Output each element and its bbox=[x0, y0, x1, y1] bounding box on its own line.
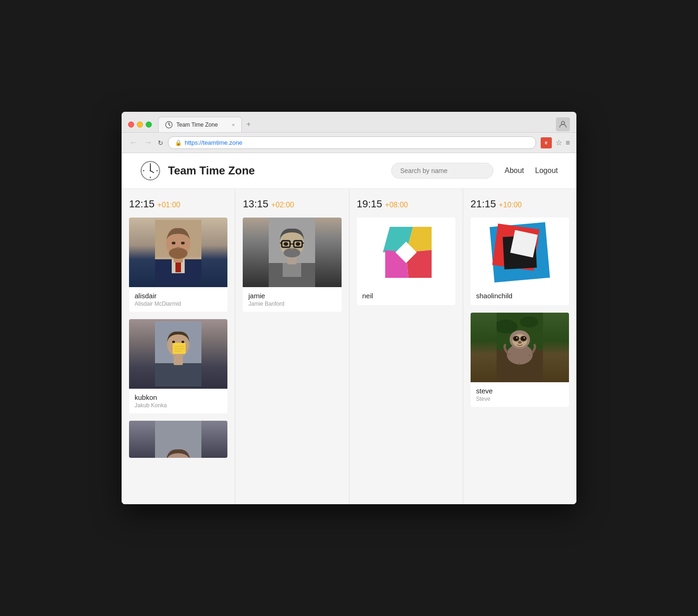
username-neil: neil bbox=[362, 292, 450, 300]
refresh-button[interactable]: ↻ bbox=[158, 139, 163, 147]
member-card-shaolinchild[interactable]: shaolinchild bbox=[471, 218, 569, 305]
time-main-4: 21:15 bbox=[471, 198, 496, 210]
svg-point-50 bbox=[296, 242, 300, 246]
svg-rect-40 bbox=[283, 263, 301, 277]
fullname-steve: Steve bbox=[476, 396, 563, 402]
header-right: About Logout bbox=[391, 163, 558, 179]
svg-point-12 bbox=[150, 170, 151, 172]
browser-window: Team Time Zone × + ← → ↻ 🔒 https://teamt… bbox=[122, 112, 576, 504]
svg-point-81 bbox=[522, 337, 525, 340]
avatar-partial bbox=[129, 421, 227, 458]
avatar-kubkon bbox=[129, 319, 227, 389]
svg-point-80 bbox=[514, 337, 518, 340]
svg-rect-29 bbox=[173, 343, 186, 354]
partial-avatar-svg bbox=[155, 421, 201, 458]
app-logo bbox=[140, 160, 161, 181]
time-header-2: 13:15 +02:00 bbox=[243, 198, 341, 210]
avatar-jamie bbox=[243, 218, 341, 287]
member-info-steve: steve Steve bbox=[471, 382, 569, 407]
team-grid: 12:15 +01:00 bbox=[122, 189, 576, 504]
tab-favicon bbox=[165, 121, 173, 128]
tab-title: Team Time Zone bbox=[176, 122, 218, 128]
fullname-kubkon: Jakub Konka bbox=[135, 402, 222, 409]
shaolinchild-logo-svg bbox=[490, 222, 550, 282]
active-tab[interactable]: Team Time Zone × bbox=[158, 117, 242, 132]
member-card-jamie[interactable]: jamie Jamie Banford bbox=[243, 218, 341, 312]
avatar-steve bbox=[471, 313, 569, 382]
username-alisdair: alisdair bbox=[135, 292, 222, 300]
profile-icon-button[interactable] bbox=[556, 117, 570, 131]
new-tab-button[interactable]: + bbox=[242, 116, 255, 132]
back-button[interactable]: ← bbox=[128, 138, 138, 148]
member-info-kubkon: kubkon Jakub Konka bbox=[129, 389, 227, 413]
title-bar: Team Time Zone × + bbox=[122, 112, 576, 133]
jamie-avatar-svg bbox=[269, 218, 315, 287]
time-header-3: 19:15 +08:00 bbox=[357, 198, 455, 210]
fullname-alisdair: Alisdair McDiarmid bbox=[135, 301, 222, 307]
time-offset-1: +01:00 bbox=[157, 201, 180, 209]
time-main-3: 19:15 bbox=[357, 198, 382, 210]
member-card-steve[interactable]: steve Steve bbox=[471, 313, 569, 407]
url-protocol: https:// bbox=[185, 139, 203, 146]
svg-point-74 bbox=[520, 316, 538, 327]
username-kubkon: kubkon bbox=[135, 393, 222, 401]
traffic-lights bbox=[128, 122, 152, 128]
title-bar-right bbox=[556, 117, 570, 131]
address-bar: ← → ↻ 🔒 https://teamtime.zone e ☆ ≡ bbox=[122, 133, 576, 153]
time-offset-4: +10:00 bbox=[499, 201, 522, 209]
tab-close-button[interactable]: × bbox=[232, 122, 235, 128]
member-info-alisdair: alisdair Alisdair McDiarmid bbox=[129, 287, 227, 312]
svg-point-84 bbox=[518, 341, 522, 344]
url-bar[interactable]: 🔒 https://teamtime.zone bbox=[168, 136, 536, 149]
menu-button[interactable]: ≡ bbox=[566, 139, 570, 147]
url-text: https://teamtime.zone bbox=[185, 139, 242, 146]
time-offset-3: +08:00 bbox=[385, 201, 408, 209]
svg-point-51 bbox=[291, 248, 293, 250]
svg-point-22 bbox=[181, 242, 185, 244]
svg-rect-70 bbox=[510, 230, 537, 257]
logout-link[interactable]: Logout bbox=[535, 167, 558, 175]
timezone-column-4: 21:15 +10:00 bbox=[463, 189, 576, 504]
svg-point-33 bbox=[172, 341, 175, 343]
svg-point-21 bbox=[172, 242, 175, 244]
svg-point-34 bbox=[181, 341, 184, 343]
time-offset-2: +02:00 bbox=[271, 201, 294, 209]
maximize-button[interactable] bbox=[146, 122, 152, 128]
forward-button[interactable]: → bbox=[143, 138, 153, 148]
svg-point-23 bbox=[177, 247, 180, 249]
about-link[interactable]: About bbox=[504, 167, 524, 175]
ember-icon: e bbox=[541, 137, 552, 148]
username-jamie: jamie bbox=[248, 292, 336, 300]
timezone-column-3: 19:15 +08:00 bbox=[349, 189, 463, 504]
url-domain: teamtime.zone bbox=[203, 139, 242, 146]
bookmark-button[interactable]: ☆ bbox=[556, 138, 562, 147]
app-header: Team Time Zone About Logout bbox=[122, 153, 576, 189]
avatar-neil bbox=[357, 218, 455, 287]
close-button[interactable] bbox=[128, 122, 134, 128]
profile-icon bbox=[559, 121, 567, 128]
member-card-alisdair[interactable]: alisdair Alisdair McDiarmid bbox=[129, 218, 227, 312]
member-card-kubkon[interactable]: kubkon Jakub Konka bbox=[129, 319, 227, 413]
member-info-shaolinchild: shaolinchild bbox=[471, 287, 569, 305]
avatar-alisdair bbox=[129, 218, 227, 287]
time-header-1: 12:15 +01:00 bbox=[129, 198, 227, 210]
svg-point-82 bbox=[516, 337, 517, 338]
search-input[interactable] bbox=[391, 163, 493, 179]
username-steve: steve bbox=[476, 387, 563, 395]
timezone-column-1: 12:15 +01:00 bbox=[122, 189, 235, 504]
minimize-button[interactable] bbox=[137, 122, 143, 128]
time-header-4: 21:15 +10:00 bbox=[471, 198, 569, 210]
steve-avatar-svg bbox=[497, 313, 543, 382]
svg-point-49 bbox=[284, 242, 288, 246]
address-bar-right: e ☆ ≡ bbox=[541, 137, 570, 148]
member-info-jamie: jamie Jamie Banford bbox=[243, 287, 341, 312]
neil-logo-svg bbox=[376, 222, 436, 282]
app-title: Team Time Zone bbox=[168, 164, 255, 177]
time-main-1: 12:15 bbox=[129, 198, 155, 210]
time-main-2: 13:15 bbox=[243, 198, 268, 210]
fullname-jamie: Jamie Banford bbox=[248, 301, 336, 307]
lock-icon: 🔒 bbox=[175, 140, 182, 146]
alisdair-avatar-svg bbox=[155, 220, 201, 285]
member-card-neil[interactable]: neil bbox=[357, 218, 455, 305]
member-card-partial[interactable] bbox=[129, 421, 227, 458]
